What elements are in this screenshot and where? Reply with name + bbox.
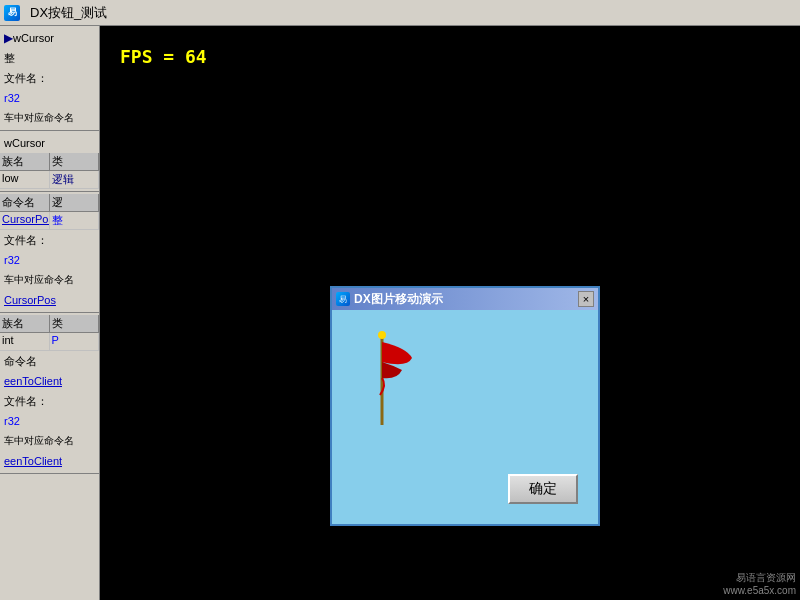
screen-text-1[interactable]: eenToClient	[4, 375, 62, 387]
app-icon: 易	[4, 5, 20, 21]
header-cell-name-3: 命令名	[0, 194, 50, 211]
command-text-1: 车中对应命令名	[4, 111, 74, 125]
cell-3-0-0[interactable]: CursorPos	[0, 212, 50, 229]
r32-text-1: r32	[4, 92, 20, 104]
cursorpos-link[interactable]: CursorPos	[0, 290, 99, 310]
section1-text: wCursor	[13, 32, 54, 44]
screen-text-2[interactable]: eenToClient	[4, 455, 62, 467]
arrow-icon-1: ▶	[4, 31, 13, 45]
cell-3-0-1: 整	[50, 212, 100, 229]
cell-2-0-1: 逻辑	[50, 171, 100, 188]
filename-label-4: 文件名：	[0, 391, 99, 411]
filename-text-3: 文件名：	[4, 233, 48, 248]
svg-point-1	[378, 331, 386, 339]
panel-section-4: 族名 类 int P 命令名 eenToClient 文件名： r32 车中对应…	[0, 313, 99, 474]
flag-image	[352, 330, 432, 430]
filename-label-3: 文件名：	[0, 230, 99, 250]
screen-link-1[interactable]: eenToClient	[0, 371, 99, 391]
section1-row2: 整	[0, 48, 99, 68]
cell-4-0-1: P	[50, 333, 100, 350]
left-panel: ▶ wCursor 整 文件名： r32 车中对应命令名 wCursor 族名	[0, 26, 100, 600]
command-text-3: 车中对应命令名	[4, 273, 74, 287]
filename-text-4: 文件名：	[4, 394, 48, 409]
r32-text-3: r32	[4, 254, 20, 266]
header-cell-name-2: 族名	[0, 153, 50, 170]
filename-text-1: 文件名：	[4, 71, 48, 86]
main-area: ▶ wCursor 整 文件名： r32 车中对应命令名 wCursor 族名	[0, 26, 800, 600]
header-cell-type-4: 类	[50, 315, 100, 332]
r32-text-4: r32	[4, 415, 20, 427]
panel-section-3: 命令名 逻 CursorPos 整 文件名： r32 车中对应命令名 Curso…	[0, 192, 99, 313]
dialog-title: DX图片移动演示	[354, 291, 574, 308]
filename-label-1: 文件名：	[0, 68, 99, 88]
watermark-line2: www.e5a5x.com	[723, 585, 796, 596]
r32-value-3: r32	[0, 250, 99, 270]
ok-button[interactable]: 确定	[508, 474, 578, 504]
dialog-content: 确定	[332, 310, 598, 524]
command-name-label-4: 命令名	[4, 354, 37, 369]
top-bar: 易 DX按钮_测试	[0, 0, 800, 26]
command-label-1: 车中对应命令名	[0, 108, 99, 128]
command-label-3: 车中对应命令名	[0, 270, 99, 290]
cell-2-0-0: low	[0, 171, 50, 188]
watermark-line1: 易语言资源网	[723, 571, 796, 585]
cell-4-0-0: int	[0, 333, 50, 350]
right-canvas: FPS = 64 易 DX图片移动演示 ×	[100, 26, 800, 600]
panel-section-1: ▶ wCursor 整 文件名： r32 车中对应命令名	[0, 26, 99, 131]
header-cell-name-4: 族名	[0, 315, 50, 332]
command-match-text-4: 车中对应命令名	[4, 434, 74, 448]
header-cell-type-2: 类	[50, 153, 100, 170]
table-row-2-0: low 逻辑	[0, 171, 99, 189]
dialog-icon: 易	[336, 292, 350, 306]
watermark: 易语言资源网 www.e5a5x.com	[723, 571, 796, 596]
window-title: DX按钮_测试	[30, 4, 107, 22]
table-header-4: 族名 类	[0, 315, 99, 333]
command-match-label-4: 车中对应命令名	[0, 431, 99, 451]
table-header-2: 族名 类	[0, 153, 99, 171]
flag-svg	[352, 330, 432, 430]
table-row-4-0: int P	[0, 333, 99, 351]
wcursor-label-2: wCursor	[0, 133, 99, 153]
dialog-titlebar: 易 DX图片移动演示 ×	[332, 288, 598, 310]
command-label-4: 命令名	[0, 351, 99, 371]
header-cell-type-3: 逻	[50, 194, 100, 211]
r32-value-1: r32	[0, 88, 99, 108]
inner-dialog: 易 DX图片移动演示 ×	[330, 286, 600, 526]
panel-section-2: wCursor 族名 类 low 逻辑	[0, 131, 99, 192]
cursorpos-text[interactable]: CursorPos	[4, 294, 56, 306]
dialog-close-button[interactable]: ×	[578, 291, 594, 307]
fps-display: FPS = 64	[120, 46, 207, 67]
wcursor-text-2: wCursor	[4, 137, 45, 149]
table-header-3: 命令名 逻	[0, 194, 99, 212]
table-row-3-0[interactable]: CursorPos 整	[0, 212, 99, 230]
section1-label2: 整	[4, 51, 15, 66]
r32-value-4: r32	[0, 411, 99, 431]
screen-link-2[interactable]: eenToClient	[0, 451, 99, 471]
wcursor-label-1: ▶ wCursor	[0, 28, 99, 48]
